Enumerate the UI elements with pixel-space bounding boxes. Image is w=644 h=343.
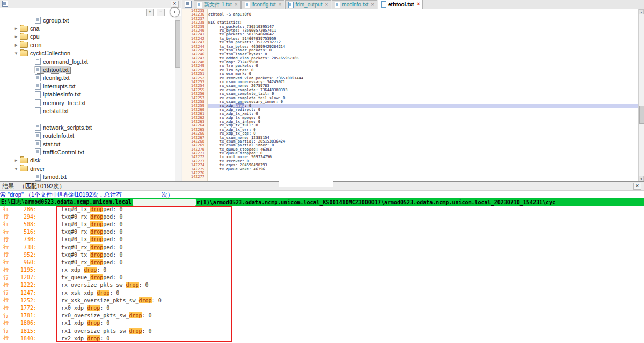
tree-file-item[interactable]: memory_free.txt bbox=[0, 99, 175, 107]
expand-all-icon[interactable]: + bbox=[146, 9, 154, 16]
line-text: rx_xdp_tx_cqe: 0 bbox=[208, 132, 638, 136]
result-text-pre: rx0_xdp_ bbox=[61, 305, 87, 311]
result-text-pre: txq#0_rx_ bbox=[61, 259, 90, 265]
result-row[interactable]: 行1222:rx_oversize_pkts_sw_drop: 0 bbox=[0, 281, 644, 289]
tree-file-item[interactable]: stat.txt bbox=[0, 140, 175, 148]
search-match: drop bbox=[90, 259, 103, 265]
result-row[interactable]: 行952:txq#0_tx_dropped: 0 bbox=[0, 251, 644, 258]
close-icon[interactable]: × bbox=[171, 1, 179, 8]
tree-scrollbar-thumb[interactable] bbox=[175, 20, 180, 68]
tree-file-item[interactable]: trafficControl.txt bbox=[0, 148, 175, 156]
editor-line[interactable]: 142237 bbox=[182, 17, 638, 21]
close-icon[interactable]: × bbox=[371, 2, 374, 8]
result-row[interactable]: 行1772:rx0_xdp_drop: 0 bbox=[0, 304, 644, 311]
chevron-right-icon[interactable]: ▸ bbox=[13, 34, 19, 39]
result-row[interactable]: 行1806:rx1_xdp_drop: 0 bbox=[0, 319, 644, 327]
tree-file-item[interactable]: iptablesInfo.txt bbox=[0, 91, 175, 99]
result-row[interactable]: 行730:txq#0_tx_dropped: 0 bbox=[0, 236, 644, 243]
chevron-down-icon[interactable]: ▾ bbox=[13, 166, 19, 172]
result-text-pre: txq#0_tx_ bbox=[61, 221, 90, 227]
editor-line[interactable]: 142277 bbox=[182, 175, 638, 179]
chevron-right-icon[interactable]: ▸ bbox=[13, 158, 19, 163]
result-row[interactable]: 行294:txq#0_rx_dropped: 0 bbox=[0, 213, 644, 220]
tab-ifconfig.txt[interactable]: ifconfig.txt× bbox=[241, 0, 285, 9]
result-text-pre: txq#0_tx_ bbox=[61, 236, 90, 242]
result-row[interactable]: 行960:txq#0_rx_dropped: 0 bbox=[0, 258, 644, 266]
text-editor[interactable]: 142235142236ethtool -S enp1s0f0142237142… bbox=[182, 9, 638, 181]
tree-folder-item[interactable]: ▸cron bbox=[0, 41, 175, 49]
tree-file-item[interactable]: ethtool.txt bbox=[0, 65, 175, 73]
tree-folder-item[interactable]: ▾driver bbox=[0, 165, 175, 173]
search-summary-text-1: 索 "drop" （1个文件中匹配到10192次，总计有 bbox=[0, 191, 122, 198]
result-row[interactable]: 行1195:rx_xdp_drop: 0 bbox=[0, 266, 644, 274]
result-text-pre: txq#0_tx_ bbox=[61, 252, 90, 258]
editor-line[interactable]: 142272 tx_xmit_more: 569724756 bbox=[182, 155, 638, 159]
document-list-icon[interactable] bbox=[185, 1, 192, 8]
tree-file-item[interactable]: lsmod.txt bbox=[0, 173, 175, 181]
tree-file-item[interactable]: cgroup.txt bbox=[0, 16, 175, 24]
tree-file-item[interactable]: network_scripts.txt bbox=[0, 123, 175, 131]
chevron-right-icon[interactable]: ▸ bbox=[13, 26, 19, 31]
result-row[interactable]: 行508:txq#0_tx_dropped: 0 bbox=[0, 220, 644, 228]
result-line-number: 738: bbox=[9, 244, 36, 250]
censor-box bbox=[122, 191, 162, 198]
line-number: 142277 bbox=[182, 175, 208, 179]
line-text bbox=[208, 17, 638, 21]
autoscroll-origin-icon bbox=[170, 7, 180, 17]
result-line-number: 516: bbox=[9, 229, 36, 235]
search-match: drop bbox=[87, 335, 100, 341]
tree-item: memory_free.txt bbox=[34, 99, 87, 106]
scroll-up-icon[interactable]: ▲ bbox=[639, 9, 644, 14]
tree-item: cpu bbox=[19, 33, 41, 40]
close-icon[interactable]: × bbox=[279, 2, 282, 8]
editor-line[interactable]: 142276 bbox=[182, 172, 638, 175]
tree-file-item[interactable]: interrupts.txt bbox=[0, 82, 175, 90]
result-row[interactable]: 行738:txq#0_rx_dropped: 0 bbox=[0, 243, 644, 251]
tab-modinfo.txt[interactable]: modinfo.txt× bbox=[332, 0, 377, 9]
scroll-down-icon[interactable]: ▼ bbox=[639, 176, 644, 181]
tree-item-label: command_log.txt bbox=[43, 58, 88, 65]
chevron-right-icon[interactable]: ▸ bbox=[13, 42, 19, 48]
editor-scrollbar-thumb[interactable] bbox=[639, 106, 644, 124]
result-row[interactable]: 行1247:rx_xsk_xdp_drop: 0 bbox=[0, 289, 644, 296]
close-icon[interactable]: × bbox=[235, 2, 238, 8]
result-row[interactable]: 行1840:rx2_xdp_drop: 0 bbox=[0, 334, 644, 342]
tab-fdm_output[interactable]: fdm_output× bbox=[285, 0, 331, 9]
tab-ethtool.txt[interactable]: ethtool.txt× bbox=[378, 0, 423, 9]
tree-folder-item[interactable]: ▸cna bbox=[0, 24, 175, 32]
close-icon[interactable]: × bbox=[633, 183, 641, 190]
line-text: tx_csum_partial_inner: 0 bbox=[208, 144, 638, 147]
result-row[interactable]: 行1781:rx0_oversize_pkts_sw_drop: 0 bbox=[0, 312, 644, 319]
tree-item: iptablesInfo.txt bbox=[34, 91, 83, 98]
file-icon bbox=[35, 107, 41, 114]
censor-box bbox=[279, 176, 333, 187]
tree-folder-item[interactable]: ▸cpu bbox=[0, 33, 175, 41]
collapse-all-icon[interactable]: − bbox=[157, 9, 165, 16]
close-icon[interactable]: × bbox=[325, 2, 328, 8]
chevron-down-icon[interactable]: ▾ bbox=[13, 50, 19, 56]
tree-file-item[interactable]: ifconfig.txt bbox=[0, 74, 175, 82]
result-row[interactable]: 行1252:rx_xsk_oversize_pkts_sw_drop: 0 bbox=[0, 296, 644, 304]
editor-scrollbar[interactable]: ▲ ▼ bbox=[638, 9, 644, 181]
result-file-path[interactable]: E:\日志\armod0523.odata.ncmp.unicom.local … bbox=[0, 198, 644, 206]
tree-scrollbar[interactable] bbox=[175, 16, 181, 181]
result-row[interactable]: 行516:txq#0_rx_dropped: 0 bbox=[0, 228, 644, 236]
search-match: drop bbox=[84, 267, 97, 273]
result-line-text: rx_xsk_xdp_drop: 0 bbox=[61, 290, 119, 296]
tree-file-item[interactable]: command_log.txt bbox=[0, 57, 175, 65]
result-row[interactable]: 行1207:tx_queue_dropped: 0 bbox=[0, 274, 644, 281]
tree-file-item[interactable]: netstat.txt bbox=[0, 107, 175, 115]
line-text: rx_csum_unnecessary_inner: 0 bbox=[208, 100, 638, 104]
tree-folder-item[interactable]: ▾cyclicCollection bbox=[0, 49, 175, 57]
result-row[interactable]: 行1815:rx1_oversize_pkts_sw_drop: 0 bbox=[0, 327, 644, 334]
result-row[interactable]: 行286:txq#0_tx_dropped: 0 bbox=[0, 205, 644, 213]
tree-item-label: lsmod.txt bbox=[43, 174, 67, 180]
tree-file-item[interactable]: routeInfo.txt bbox=[0, 131, 175, 139]
tab-新文件 1.txt[interactable]: 新文件 1.txt× bbox=[194, 0, 241, 9]
editor-line[interactable]: 142275 tx_queue_wake: 46396 bbox=[182, 168, 638, 172]
result-text-pre: rx_xdp_ bbox=[61, 267, 84, 273]
tree-folder-item[interactable]: ▸disk bbox=[0, 156, 175, 165]
result-line-text: txq#0_rx_dropped: 0 bbox=[61, 244, 122, 250]
close-icon[interactable]: × bbox=[416, 2, 420, 7]
editor-line[interactable]: 142236ethtool -S enp1s0f0 bbox=[182, 13, 638, 17]
